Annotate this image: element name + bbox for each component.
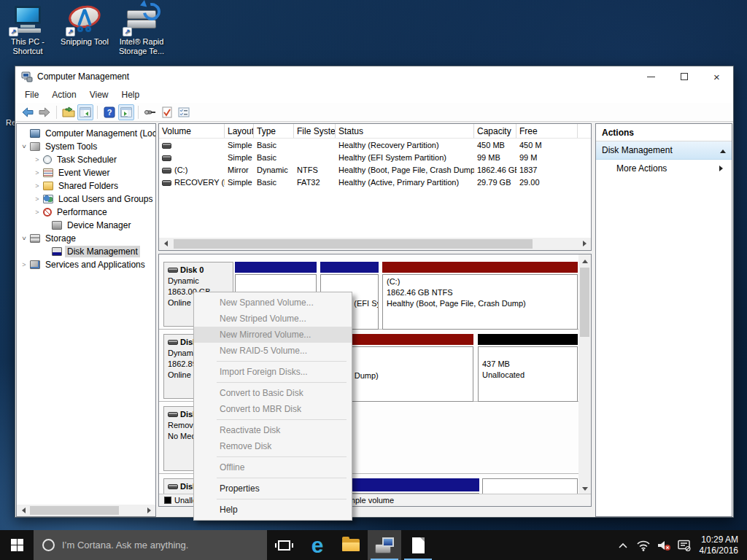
column-header-capacity[interactable]: Capacity bbox=[474, 124, 516, 138]
desktop-icon-this-pc[interactable]: ↗ This PC - Shortcut bbox=[0, 4, 55, 56]
console-tree-toggle-icon[interactable] bbox=[77, 104, 93, 120]
list-checks-icon[interactable] bbox=[176, 104, 192, 120]
menu-separator bbox=[217, 361, 347, 362]
menu-item-new-raid5-volume[interactable]: New RAID-5 Volume... bbox=[194, 343, 352, 359]
disk-vertical-scrollbar[interactable] bbox=[578, 254, 591, 495]
help-icon[interactable]: ? bbox=[101, 104, 117, 120]
column-header-status[interactable]: Status bbox=[336, 124, 474, 138]
start-button[interactable] bbox=[0, 530, 34, 560]
column-header-free[interactable]: Free bbox=[516, 124, 578, 138]
menu-item-reactivate-disk[interactable]: Reactivate Disk bbox=[194, 422, 352, 438]
disk1-partition-unallocated[interactable]: 437 MBUnallocated bbox=[478, 334, 578, 402]
chevron-expanded-icon[interactable]: > bbox=[20, 234, 28, 243]
chevron-collapsed-icon[interactable]: > bbox=[33, 195, 42, 203]
chevron-collapsed-icon[interactable]: > bbox=[33, 156, 42, 163]
volume-row[interactable]: SimpleBasic Healthy (Recovery Partition)… bbox=[159, 139, 591, 151]
partition-color-strip bbox=[235, 262, 317, 273]
device-manager-icon bbox=[52, 221, 62, 230]
column-header-type[interactable]: Type bbox=[254, 124, 294, 138]
tree-horizontal-scrollbar[interactable] bbox=[17, 505, 155, 516]
column-header-layout[interactable]: Layout bbox=[225, 124, 254, 138]
back-icon[interactable] bbox=[20, 104, 36, 120]
check-document-icon[interactable] bbox=[159, 104, 175, 120]
scroll-up-icon[interactable] bbox=[578, 254, 591, 266]
volume-row[interactable]: (C:) MirrorDynamic NTFSHealthy (Boot, Pa… bbox=[159, 163, 591, 176]
action-pane-toggle-icon[interactable] bbox=[118, 104, 134, 120]
desktop-icon-snipping-tool[interactable]: ↗ Snipping Tool bbox=[57, 4, 112, 47]
tree-item-shared-folders[interactable]: > Shared Folders bbox=[17, 179, 155, 192]
tree-item-services-applications[interactable]: > Services and Applications bbox=[17, 258, 155, 271]
menu-help[interactable]: Help bbox=[115, 88, 147, 101]
computer-icon bbox=[30, 129, 40, 138]
scrollbar-thumb[interactable] bbox=[174, 239, 533, 249]
desktop-icon-label: Snipping Tool bbox=[57, 37, 112, 47]
tray-chevron-up-icon[interactable] bbox=[615, 537, 631, 553]
chevron-collapsed-icon[interactable]: > bbox=[33, 182, 42, 190]
computer-management-taskbar-button[interactable] bbox=[368, 530, 401, 560]
menu-item-offline[interactable]: Offline bbox=[194, 459, 352, 475]
menu-item-import-foreign-disks[interactable]: Import Foreign Disks... bbox=[194, 364, 352, 380]
scroll-right-icon[interactable] bbox=[144, 505, 155, 516]
tool-icon[interactable] bbox=[142, 104, 158, 120]
maximize-button[interactable] bbox=[667, 66, 700, 87]
tree-item-device-manager[interactable]: Device Manager bbox=[17, 219, 155, 232]
close-button[interactable]: × bbox=[700, 66, 733, 87]
chevron-collapsed-icon[interactable]: > bbox=[20, 261, 28, 268]
menu-file[interactable]: File bbox=[18, 88, 45, 101]
menu-view[interactable]: View bbox=[83, 88, 115, 101]
menu-item-new-mirrored-volume[interactable]: New Mirrored Volume... bbox=[194, 327, 352, 343]
title-bar[interactable]: Computer Management × bbox=[15, 66, 733, 87]
tree-item-local-users-groups[interactable]: > Local Users and Groups bbox=[17, 192, 155, 206]
menu-item-remove-disk[interactable]: Remove Disk bbox=[194, 438, 352, 454]
taskbar: I’m Cortana. Ask me anything. e 10:29 bbox=[0, 530, 747, 560]
collapse-icon[interactable] bbox=[720, 147, 726, 153]
tree-item-task-scheduler[interactable]: > Task Scheduler bbox=[17, 153, 155, 166]
edge-button[interactable]: e bbox=[301, 530, 334, 560]
menu-item-help[interactable]: Help bbox=[194, 502, 352, 518]
scrollbar-thumb[interactable] bbox=[30, 506, 119, 515]
menu-item-new-spanned-volume[interactable]: New Spanned Volume... bbox=[194, 295, 352, 311]
menu-item-convert-to-basic-disk[interactable]: Convert to Basic Disk bbox=[194, 385, 352, 401]
actions-disk-management[interactable]: Disk Management bbox=[596, 141, 732, 160]
actions-more-actions[interactable]: More Actions bbox=[596, 160, 732, 177]
shortcut-arrow-icon: ↗ bbox=[9, 27, 18, 36]
export-list-icon[interactable] bbox=[61, 104, 77, 120]
event-log-icon bbox=[43, 168, 53, 177]
scroll-right-icon[interactable] bbox=[579, 238, 591, 249]
tree-item-computer-management[interactable]: Computer Management (Local) bbox=[17, 127, 155, 140]
column-header-file-system[interactable]: File System bbox=[294, 124, 336, 138]
volume-horizontal-scrollbar[interactable] bbox=[159, 238, 591, 250]
volume-row[interactable]: SimpleBasic Healthy (EFI System Partitio… bbox=[159, 151, 591, 163]
clock[interactable]: 10:29 AM 4/16/2016 bbox=[697, 534, 743, 556]
volume-row[interactable]: RECOVERY (D:) SimpleBasic FAT32Healthy (… bbox=[159, 176, 591, 188]
scroll-left-icon[interactable] bbox=[159, 238, 171, 249]
chevron-collapsed-icon[interactable]: > bbox=[33, 169, 42, 176]
forward-icon[interactable] bbox=[36, 104, 53, 120]
volume-muted-icon[interactable] bbox=[656, 537, 672, 553]
volume-icon bbox=[162, 155, 171, 161]
chevron-expanded-icon[interactable]: > bbox=[20, 142, 28, 151]
chevron-collapsed-icon[interactable]: > bbox=[33, 209, 42, 216]
svg-text:?: ? bbox=[107, 108, 112, 117]
wifi-icon[interactable] bbox=[635, 537, 651, 553]
tree-item-disk-management[interactable]: Disk Management bbox=[17, 245, 155, 258]
tree-item-storage[interactable]: > Storage bbox=[17, 232, 155, 245]
file-explorer-button[interactable] bbox=[334, 530, 368, 560]
menu-item-convert-to-mbr-disk[interactable]: Convert to MBR Disk bbox=[194, 401, 352, 417]
menu-item-properties[interactable]: Properties bbox=[194, 481, 352, 497]
cortana-search-box[interactable]: I’m Cortana. Ask me anything. bbox=[34, 530, 267, 560]
tree-item-performance[interactable]: > Performance bbox=[17, 206, 155, 219]
minimize-button[interactable] bbox=[635, 66, 667, 87]
tree-item-system-tools[interactable]: > System Tools bbox=[17, 140, 155, 153]
task-view-button[interactable] bbox=[267, 530, 301, 560]
scrollbar-thumb[interactable] bbox=[580, 268, 589, 337]
column-header-volume[interactable]: Volume bbox=[159, 124, 225, 138]
document-taskbar-button[interactable] bbox=[401, 530, 435, 560]
menu-action[interactable]: Action bbox=[45, 88, 82, 101]
tree-item-event-viewer[interactable]: > Event Viewer bbox=[17, 166, 155, 179]
menu-item-new-striped-volume[interactable]: New Striped Volume... bbox=[194, 311, 352, 327]
desktop-icon-intel-rst[interactable]: ↗ Intel® Rapid Storage Te... bbox=[114, 4, 169, 56]
disk0-partition-c[interactable]: (C:)1862.46 GB NTFSHealthy (Boot, Page F… bbox=[382, 262, 578, 330]
action-center-icon[interactable] bbox=[676, 537, 692, 553]
scroll-left-icon[interactable] bbox=[17, 505, 28, 516]
